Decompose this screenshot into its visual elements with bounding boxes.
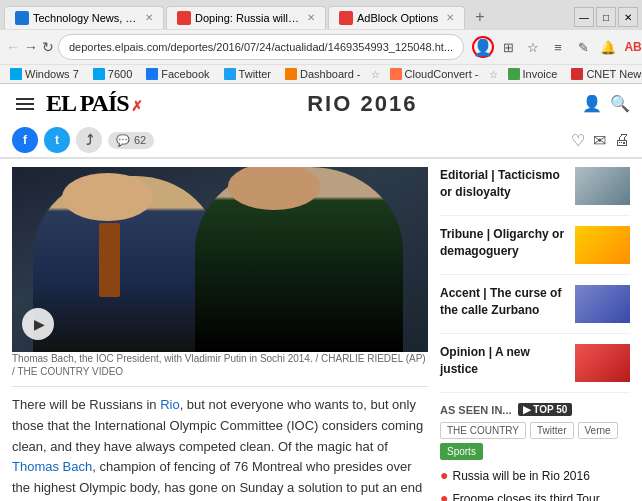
hamburger-menu[interactable] <box>12 94 38 114</box>
bm-twitter[interactable]: Twitter <box>220 67 275 81</box>
tab-close-1[interactable]: ✕ <box>145 12 153 23</box>
sidebar-thumb-accent <box>575 285 630 323</box>
bm-dash-label: Dashboard - <box>300 68 361 80</box>
article-paragraph-1: There will be Russians in Rio, but not e… <box>12 395 428 501</box>
divider <box>12 386 428 387</box>
bookmark-star-icon[interactable]: ☆ <box>522 36 544 58</box>
as-seen-item-2[interactable]: ● Froome closes its third Tour <box>440 491 630 501</box>
sidebar-item-accent-title: Accent | The curse of the calle Zurbano <box>440 286 561 317</box>
tab-favicon-1 <box>15 11 29 25</box>
tab-close-3[interactable]: ✕ <box>446 12 454 23</box>
hamburger-line-1 <box>16 98 34 100</box>
bm-cloud-icon <box>390 68 402 80</box>
site-top-bar: EL PAÍS ✗ RIO 2016 👤 🔍 <box>0 84 642 123</box>
mail-icon[interactable]: ✉ <box>593 131 606 150</box>
comment-button[interactable]: 💬 62 <box>108 132 154 149</box>
tab-sports[interactable]: Sports <box>440 443 483 460</box>
bm-cnet[interactable]: CNET News <box>567 67 642 81</box>
window-controls: — □ ✕ <box>574 7 638 27</box>
sidebar: Editorial | Tacticismo or disloyalty Tri… <box>440 167 630 501</box>
bullet-2: ● <box>440 491 448 501</box>
tab-close-2[interactable]: ✕ <box>307 12 315 23</box>
twitter-share-button[interactable]: t <box>44 127 70 153</box>
refresh-button[interactable]: ↻ <box>42 35 54 59</box>
extensions-icon[interactable]: ⊞ <box>497 36 519 58</box>
sidebar-item-editorial-text: Editorial | Tacticismo or disloyalty <box>440 167 569 201</box>
bm-tw-label: Twitter <box>239 68 271 80</box>
bm-7600-icon <box>93 68 105 80</box>
article-body: There will be Russians in Rio, but not e… <box>12 395 428 501</box>
comment-icon: 💬 <box>116 134 130 147</box>
top50-badge[interactable]: ▶ Top 50 <box>518 403 573 416</box>
image-caption: Thomas Bach, the IOC President, with Vla… <box>12 352 428 378</box>
tab-favicon-3 <box>339 11 353 25</box>
tab-adblock[interactable]: AdBlock Options ✕ <box>328 6 465 29</box>
address-text: deportes.elpais.com/deportes/2016/07/24/… <box>69 41 453 53</box>
facebook-share-button[interactable]: f <box>12 127 38 153</box>
bm-invoice[interactable]: Invoice <box>504 67 562 81</box>
site-header-icons: 👤 🔍 <box>582 94 630 113</box>
sidebar-item-opinion-title: Opinion | A new justice <box>440 345 530 376</box>
as-seen-list: ● Russia will be in Rio 2016 ● Froome cl… <box>440 468 630 501</box>
tab-label-3: AdBlock Options <box>357 12 438 24</box>
sidebar-item-accent[interactable]: Accent | The curse of the calle Zurbano <box>440 285 630 334</box>
minimize-button[interactable]: — <box>574 7 594 27</box>
bm-star-2[interactable]: ☆ <box>489 69 498 80</box>
hamburger-line-2 <box>16 103 34 105</box>
tab-label-2: Doping: Russia will be in ... <box>195 12 299 24</box>
maximize-button[interactable]: □ <box>596 7 616 27</box>
bm-invoice-label: Invoice <box>523 68 558 80</box>
as-seen-section: AS SEEN IN... ▶ Top 50 THE COUNTRY Twitt… <box>440 403 630 501</box>
play-button[interactable] <box>22 308 54 340</box>
address-bar[interactable]: deportes.elpais.com/deportes/2016/07/24/… <box>58 34 464 60</box>
rio-link[interactable]: Rio <box>160 397 180 412</box>
bm-facebook[interactable]: Facebook <box>142 67 213 81</box>
tab-technology[interactable]: Technology News, Tips, Rev ✕ <box>4 6 164 29</box>
tab-favicon-2 <box>177 11 191 25</box>
close-button[interactable]: ✕ <box>618 7 638 27</box>
bm-star-1[interactable]: ☆ <box>371 69 380 80</box>
comment-count: 62 <box>134 134 146 146</box>
bm-7600-label: 7600 <box>108 68 132 80</box>
bm-dashboard[interactable]: Dashboard - <box>281 67 365 81</box>
tab-the-country[interactable]: THE COUNTRY <box>440 422 526 439</box>
new-tab-button[interactable]: + <box>467 4 492 30</box>
bach-link[interactable]: Thomas Bach <box>12 459 92 474</box>
bm-cloudconvert[interactable]: CloudConvert - <box>386 67 483 81</box>
bm-cnet-label: CNET News <box>586 68 642 80</box>
content-area: Thomas Bach, the IOC President, with Vla… <box>0 159 642 501</box>
sidebar-item-opinion[interactable]: Opinion | A new justice <box>440 344 630 393</box>
bm-windows7[interactable]: Windows 7 <box>6 67 83 81</box>
bm-dash-icon <box>285 68 297 80</box>
bullet-1: ● <box>440 468 448 482</box>
as-seen-item-1[interactable]: ● Russia will be in Rio 2016 <box>440 468 630 485</box>
bm-cloud-label: CloudConvert - <box>405 68 479 80</box>
tab-verne[interactable]: Verne <box>578 422 618 439</box>
social-bar: f t ⤴ 💬 62 ♡ ✉ 🖨 <box>0 123 642 158</box>
sidebar-item-tribune-text: Tribune | Oligarchy or demagoguery <box>440 226 569 260</box>
sidebar-item-editorial[interactable]: Editorial | Tacticismo or disloyalty <box>440 167 630 216</box>
bm-7600[interactable]: 7600 <box>89 67 136 81</box>
tab-twitter[interactable]: Twitter <box>530 422 573 439</box>
tab-bar: Technology News, Tips, Rev ✕ Doping: Rus… <box>0 0 642 30</box>
print-icon[interactable]: 🖨 <box>614 131 630 149</box>
forward-button[interactable]: → <box>24 35 38 59</box>
menu-icon[interactable]: ≡ <box>547 36 569 58</box>
tab-doping[interactable]: Doping: Russia will be in ... ✕ <box>166 6 326 29</box>
as-seen-title: AS SEEN IN... ▶ Top 50 <box>440 403 630 416</box>
back-button[interactable]: ← <box>6 35 20 59</box>
site-logo: EL PAÍS <box>46 90 129 117</box>
edit-icon[interactable]: ✎ <box>572 36 594 58</box>
heart-icon[interactable]: ♡ <box>571 131 585 150</box>
share-button[interactable]: ⤴ <box>76 127 102 153</box>
people-icon[interactable]: 👤 <box>472 36 494 58</box>
bm-windows7-label: Windows 7 <box>25 68 79 80</box>
adblock-icon[interactable]: AB <box>622 36 642 58</box>
user-icon[interactable]: 👤 <box>582 94 602 113</box>
sidebar-item-editorial-title: Editorial | Tacticismo or disloyalty <box>440 168 560 199</box>
search-icon[interactable]: 🔍 <box>610 94 630 113</box>
bell-icon[interactable]: 🔔 <box>597 36 619 58</box>
as-seen-text-2: Froome closes its third Tour <box>452 491 599 501</box>
sidebar-item-tribune[interactable]: Tribune | Oligarchy or demagoguery <box>440 226 630 275</box>
logo-container[interactable]: EL PAÍS ✗ <box>46 90 143 117</box>
